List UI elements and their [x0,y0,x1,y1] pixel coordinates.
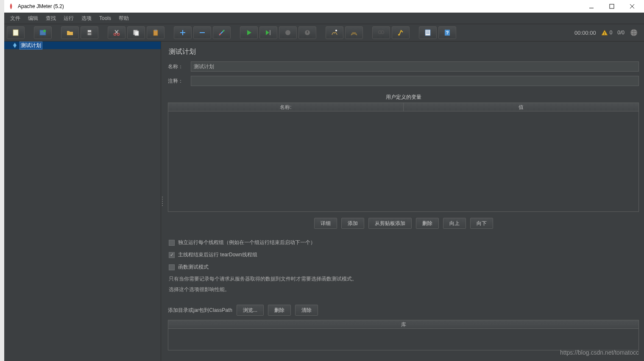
window-title: Apache JMeter (5.2) [18,3,586,9]
menu-search[interactable]: 查找 [42,14,59,23]
check-teardown-box[interactable] [169,252,175,258]
check-serial-label: 独立运行每个线程组（例如在一个组运行结束后启动下一个） [178,239,315,246]
menu-options[interactable]: 选项 [78,14,95,23]
templates-button[interactable] [34,26,52,39]
svg-text:?: ? [446,30,449,35]
classpath-delete-button[interactable]: 删除 [268,305,291,316]
start-no-timers-button[interactable] [259,26,277,39]
check-functional-label: 函数测试模式 [178,264,209,271]
stop-button[interactable] [279,26,297,39]
elapsed-timer: 00:00:00 [574,30,596,36]
user-vars-table-body[interactable] [168,111,638,211]
tree-root-test-plan[interactable]: 测试计划 [4,42,161,49]
classpath-label: 添加目录或jar包到ClassPath [168,307,232,314]
check-teardown-row[interactable]: 主线程结束后运行 tearDown线程组 [168,251,639,258]
svg-rect-17 [154,30,157,31]
check-functional-box[interactable] [169,264,175,270]
menu-edit[interactable]: 编辑 [25,14,42,23]
menu-file[interactable]: 文件 [7,14,24,23]
split-handle[interactable] [161,42,164,361]
check-teardown-label: 主线程结束后运行 tearDown线程组 [178,251,257,258]
toggle-button[interactable] [213,26,231,39]
clear-button[interactable] [326,26,343,39]
svg-point-30 [335,30,337,31]
col-value[interactable]: 值 [404,103,638,111]
open-button[interactable] [61,26,79,39]
app-icon [8,3,14,10]
vars-button-row: 详细 添加 从剪贴板添加 删除 向上 向下 [168,218,639,229]
add-button[interactable]: 添加 [341,218,364,229]
check-functional-row[interactable]: 函数测试模式 [168,264,639,271]
help-text-2: 选择这个选项很影响性能。 [169,286,639,294]
lib-table-body[interactable] [168,329,638,350]
help-text-1: 只有当你需要记录每个请求从服务器取得的数据到文件时才需要选择函数测试模式。 [169,275,639,283]
up-button[interactable]: 向上 [443,218,466,229]
minimize-button[interactable] [586,1,597,11]
delete-button[interactable]: 删除 [416,218,439,229]
toolbar-status: 00:00:00 ! 0 0/0 [574,28,641,37]
detail-button[interactable]: 详细 [314,218,337,229]
svg-rect-4 [13,30,18,36]
menu-help[interactable]: 帮助 [115,14,132,23]
svg-rect-15 [135,31,139,36]
name-input[interactable] [191,61,639,72]
svg-line-13 [115,30,118,33]
classpath-clear-button[interactable]: 清除 [295,305,318,316]
background-sliver [0,0,4,361]
copy-button[interactable] [127,26,145,39]
test-plan-icon [12,42,18,48]
new-button[interactable] [7,26,25,39]
lib-table[interactable]: 库 [168,320,639,350]
down-button[interactable]: 向下 [470,218,493,229]
svg-rect-1 [610,4,614,8]
svg-marker-24 [247,30,251,35]
globe-icon[interactable] [630,28,638,37]
col-name[interactable]: 名称: [168,103,404,111]
add-from-clipboard-button[interactable]: 从剪贴板添加 [368,218,412,229]
expand-button[interactable] [174,26,192,39]
svg-point-22 [219,33,221,35]
menubar: 文件 编辑 查找 运行 选项 Tools 帮助 [4,13,644,24]
shutdown-button[interactable] [298,26,316,39]
user-vars-table[interactable]: 名称: 值 [168,103,639,212]
clear-all-button[interactable] [345,26,363,39]
svg-rect-35 [425,30,430,36]
maximize-button[interactable] [607,1,617,11]
lib-table-head[interactable]: 库 [168,320,638,329]
collapse-button[interactable] [193,26,211,39]
name-label: 名称： [168,63,187,70]
check-serial-box[interactable] [169,240,175,246]
start-button[interactable] [240,26,258,39]
svg-point-27 [285,30,290,35]
comment-input[interactable] [191,76,639,86]
tree-pane[interactable]: 测试计划 [4,42,161,361]
warning-count: 0 [610,30,613,36]
warning-icon: ! [601,29,608,36]
window-controls [586,1,641,11]
tree-root-label: 测试计划 [20,42,42,50]
help-button[interactable]: ? [438,26,456,39]
svg-point-23 [223,30,224,32]
warning-indicator[interactable]: ! 0 [601,29,613,36]
toolbar: ? 00:00:00 ! 0 0/0 [4,24,644,42]
panel-title: 测试计划 [169,47,639,56]
paste-button[interactable] [147,26,164,39]
save-button[interactable] [81,26,98,39]
reset-search-button[interactable] [392,26,410,39]
check-serial-row[interactable]: 独立运行每个线程组（例如在一个组运行结束后启动下一个） [168,239,639,246]
cut-button[interactable] [108,26,125,39]
main-area: 测试计划 测试计划 名称： 注释： 用户定义的变量 名称: 值 [4,42,644,361]
svg-line-12 [115,30,118,33]
search-button[interactable] [372,26,390,39]
browse-button[interactable]: 浏览... [237,305,264,316]
menu-tools[interactable]: Tools [96,14,114,22]
close-button[interactable] [627,1,637,11]
svg-rect-8 [88,30,91,32]
user-vars-header: 用户定义的变量 [168,94,639,101]
function-helper-button[interactable] [419,26,437,39]
titlebar: Apache JMeter (5.2) [4,0,644,13]
svg-point-34 [398,34,400,36]
svg-rect-9 [88,33,91,35]
menu-run[interactable]: 运行 [60,14,77,23]
svg-marker-25 [266,30,269,35]
